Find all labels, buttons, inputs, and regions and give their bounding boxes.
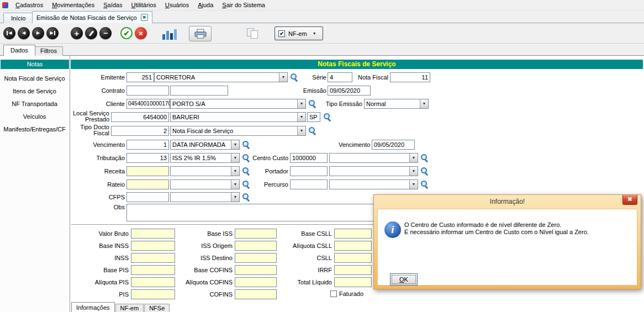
menu-usuarios[interactable]: Usuários bbox=[161, 0, 193, 10]
chevron-down-icon[interactable]: ▼ bbox=[409, 180, 418, 189]
chevron-down-icon[interactable]: ▼ bbox=[409, 167, 418, 176]
base-csll-input[interactable] bbox=[334, 229, 372, 239]
base-iss-input[interactable] bbox=[235, 229, 277, 239]
receita-search-icon[interactable] bbox=[242, 167, 251, 176]
edit-record-button[interactable] bbox=[85, 27, 97, 39]
chevron-down-icon[interactable]: ▼ bbox=[231, 180, 239, 189]
emitente-search-icon[interactable] bbox=[290, 73, 299, 82]
aliquota-pis-input[interactable] bbox=[131, 277, 175, 287]
tab-filtros[interactable]: Filtros bbox=[34, 46, 63, 56]
last-record-button[interactable]: ▶ bbox=[46, 27, 59, 39]
pis-input[interactable] bbox=[131, 289, 175, 299]
vencimento-search-icon[interactable] bbox=[242, 140, 251, 149]
tab-dados[interactable]: Dados bbox=[3, 45, 35, 56]
copy-icon[interactable] bbox=[247, 28, 260, 39]
sidebar-item-itens-servico[interactable]: Itens de Serviço bbox=[0, 85, 69, 98]
menu-ajuda[interactable]: Ajuda bbox=[193, 0, 218, 10]
menu-sair[interactable]: Sair do Sistema bbox=[218, 0, 270, 10]
tipo-emissao-combo[interactable]: Normal ▼ bbox=[364, 99, 429, 109]
chevron-down-icon[interactable]: ▼ bbox=[231, 193, 239, 202]
chevron-down-icon[interactable]: ▼ bbox=[231, 167, 239, 176]
centro-custo-code-input[interactable]: 1000000 bbox=[290, 153, 328, 163]
tab-inicio[interactable]: Início bbox=[3, 13, 33, 23]
delete-record-button[interactable]: − bbox=[99, 27, 112, 39]
emitente-combo[interactable]: CORRETORA ▼ bbox=[154, 72, 288, 82]
cfps-search-icon[interactable] bbox=[242, 193, 251, 202]
portador-search-icon[interactable] bbox=[420, 167, 429, 176]
tab-nfse[interactable]: NFSe bbox=[144, 304, 170, 312]
menu-saidas[interactable]: Saídas bbox=[99, 0, 126, 10]
local-code-input[interactable]: 6454000 bbox=[111, 112, 169, 122]
rateio-search-icon[interactable] bbox=[242, 180, 251, 189]
base-inss-input[interactable] bbox=[131, 241, 175, 251]
receita-code-input[interactable] bbox=[126, 166, 169, 176]
tab-emissao-nfs[interactable]: Emissão de Notas Fiscais de Serviço ✖ bbox=[32, 11, 152, 23]
cfps-combo[interactable]: ▼ bbox=[170, 192, 240, 202]
aliquota-csll-input[interactable] bbox=[334, 241, 372, 251]
print-button[interactable] bbox=[189, 26, 212, 41]
iss-destino-input[interactable] bbox=[235, 253, 277, 263]
cfps-code-input[interactable] bbox=[126, 192, 169, 202]
emissao-input[interactable]: 09/05/2020 bbox=[328, 86, 371, 96]
menu-cadastros[interactable]: Cadastros bbox=[11, 0, 47, 10]
tab-nfem[interactable]: NF-em bbox=[115, 304, 144, 312]
contrato-input-2[interactable] bbox=[170, 86, 228, 96]
irrf-input[interactable] bbox=[334, 265, 372, 275]
local-search-icon[interactable] bbox=[323, 113, 332, 121]
rateio-code-input[interactable] bbox=[126, 179, 169, 189]
tab-close-icon[interactable]: ✖ bbox=[141, 14, 148, 21]
base-pis-input[interactable] bbox=[131, 265, 175, 275]
cliente-code-input[interactable]: 04540010000170 bbox=[126, 99, 170, 109]
first-record-button[interactable]: ◀ bbox=[3, 27, 15, 39]
tipo-docto-code-input[interactable]: 2 bbox=[111, 126, 169, 136]
ok-button[interactable]: OK bbox=[390, 273, 418, 285]
sidebar-item-nota-fiscal-servico[interactable]: Nota Fiscal de Serviço bbox=[0, 72, 69, 85]
chevron-down-icon[interactable]: ▼ bbox=[297, 113, 305, 121]
total-liquido-input[interactable] bbox=[334, 277, 372, 287]
contrato-input-1[interactable] bbox=[126, 86, 169, 96]
aliquota-cofins-input[interactable] bbox=[235, 277, 277, 287]
sidebar-item-manifesto[interactable]: Manifesto/Entregas/CF bbox=[0, 123, 69, 136]
faturado-checkbox[interactable] bbox=[330, 290, 337, 297]
chevron-down-icon[interactable]: ▼ bbox=[420, 99, 428, 108]
chevron-down-icon[interactable]: ▼ bbox=[231, 154, 239, 162]
add-record-button[interactable]: + bbox=[71, 27, 83, 39]
chevron-down-icon[interactable]: ▼ bbox=[297, 99, 305, 108]
vencimento-code-input[interactable]: 1 bbox=[126, 140, 169, 150]
base-cofins-input[interactable] bbox=[235, 265, 277, 275]
chevron-down-icon[interactable]: ▼ bbox=[409, 154, 418, 162]
chevron-down-icon[interactable]: ▼ bbox=[231, 140, 239, 149]
rateio-combo[interactable]: ▼ bbox=[170, 179, 240, 189]
tab-informacoes[interactable]: Informações bbox=[71, 302, 115, 312]
csll-input[interactable] bbox=[334, 253, 372, 263]
cofins-input[interactable] bbox=[235, 289, 277, 299]
chevron-down-icon[interactable]: ▼ bbox=[310, 31, 319, 35]
emitente-code-input[interactable]: 251 bbox=[126, 72, 154, 82]
inss-input[interactable] bbox=[131, 253, 175, 263]
nfem-button[interactable]: ✔ NF-em ▼ bbox=[275, 27, 323, 40]
tributacao-combo[interactable]: ISS 2% IR 1,5% ▼ bbox=[170, 153, 240, 163]
uf-input[interactable]: SP bbox=[307, 112, 320, 122]
sidebar-item-veiculos[interactable]: Veículos bbox=[0, 110, 69, 123]
local-combo[interactable]: BARUERI ▼ bbox=[170, 112, 306, 122]
vencimento-combo[interactable]: DATA INFORMADA ▼ bbox=[170, 140, 240, 150]
tipo-docto-search-icon[interactable] bbox=[308, 126, 317, 135]
cliente-search-icon[interactable] bbox=[308, 99, 317, 108]
percurso-combo[interactable]: ▼ bbox=[329, 179, 418, 189]
centro-custo-combo[interactable]: ▼ bbox=[329, 153, 418, 163]
portador-code-input[interactable] bbox=[290, 166, 328, 176]
tipo-docto-combo[interactable]: Nota Fiscal de Serviço ▼ bbox=[170, 126, 306, 136]
chevron-down-icon[interactable]: ▼ bbox=[297, 126, 305, 135]
cancel-button[interactable]: × bbox=[135, 27, 147, 39]
percurso-code-input[interactable] bbox=[290, 179, 328, 189]
cliente-combo[interactable]: PORTO S/A ▼ bbox=[170, 99, 306, 109]
menu-utilitarios[interactable]: Utilitários bbox=[126, 0, 160, 10]
dialog-close-button[interactable]: ✖ bbox=[622, 195, 637, 205]
tributacao-search-icon[interactable] bbox=[242, 154, 251, 162]
percurso-search-icon[interactable] bbox=[420, 180, 429, 189]
tributacao-code-input[interactable]: 13 bbox=[126, 153, 169, 163]
menu-movimentacoes[interactable]: Movimentações bbox=[47, 0, 99, 10]
vencimento-data-input[interactable]: 09/05/2020 bbox=[372, 140, 415, 150]
previous-record-button[interactable]: ◀ bbox=[18, 27, 30, 39]
portador-combo[interactable]: ▼ bbox=[329, 166, 418, 176]
